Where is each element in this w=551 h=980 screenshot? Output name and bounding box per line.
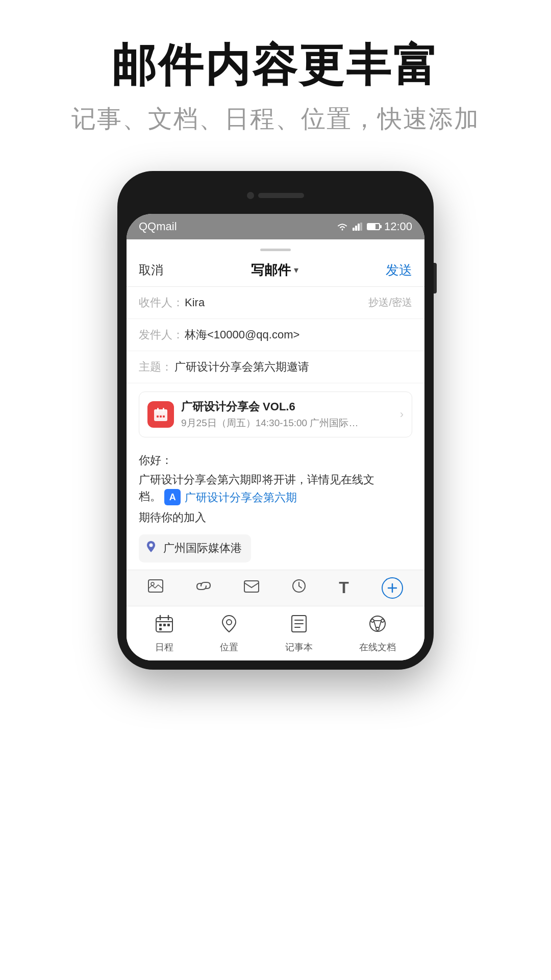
tab-location-label: 位置 bbox=[220, 641, 238, 653]
svg-point-0 bbox=[341, 229, 343, 230]
drag-handle bbox=[260, 249, 291, 251]
tab-online-doc[interactable]: 在线文档 bbox=[359, 615, 396, 653]
signal-icon bbox=[353, 223, 363, 231]
svg-rect-8 bbox=[163, 408, 164, 411]
subject-value[interactable]: 广研设计分享会第六期邀请 bbox=[174, 359, 309, 375]
tab-note[interactable]: 记事本 bbox=[285, 615, 313, 653]
online-doc-tab-svg bbox=[368, 615, 387, 633]
from-value: 林海<10000@qq.com> bbox=[185, 327, 412, 342]
page: 邮件内容更丰富 记事、文档、日程、位置，快速添加 QQmail bbox=[0, 0, 551, 980]
doc-link-text[interactable]: 广研设计分享会第六期 bbox=[185, 489, 297, 506]
svg-rect-26 bbox=[159, 624, 162, 626]
email-compose[interactable]: 取消 写邮件 ▾ 发送 收件人： Kira 抄送/密送 bbox=[127, 252, 424, 660]
svg-rect-14 bbox=[148, 580, 163, 592]
tab-location[interactable]: 位置 bbox=[220, 615, 238, 653]
mail-toolbar-icon[interactable] bbox=[244, 580, 259, 596]
location-tab-icon bbox=[221, 615, 237, 637]
plus-toolbar-icon[interactable] bbox=[382, 577, 403, 599]
clock-svg-icon bbox=[292, 579, 306, 593]
location-card[interactable]: 广州国际媒体港 bbox=[139, 534, 251, 562]
phone-mockup: QQmail bbox=[117, 171, 434, 670]
calendar-icon bbox=[153, 407, 168, 422]
body-greeting: 你好： bbox=[139, 453, 412, 468]
wifi-icon bbox=[336, 222, 348, 231]
to-label: 收件人： bbox=[139, 295, 185, 310]
body-text-line1: 广研设计分享会第六期即将开讲，详情见在线文 bbox=[139, 473, 374, 486]
status-icons: 12:00 bbox=[336, 220, 412, 233]
calendar-tab-svg bbox=[155, 615, 173, 633]
svg-point-35 bbox=[370, 616, 385, 631]
svg-point-37 bbox=[381, 619, 384, 622]
body-text-line2: 档。 bbox=[139, 490, 161, 503]
calendar-card[interactable]: 广研设计分享会 VOL.6 9月25日（周五）14:30-15:00 广州国际…… bbox=[139, 391, 412, 437]
cc-button[interactable]: 抄送/密送 bbox=[368, 296, 412, 309]
battery-icon bbox=[367, 223, 380, 230]
clock-toolbar-icon[interactable] bbox=[292, 579, 306, 597]
phone-screen: QQmail bbox=[127, 214, 424, 660]
compose-toolbar: T bbox=[127, 570, 424, 606]
compose-title-wrap: 写邮件 ▾ bbox=[251, 261, 298, 279]
from-field: 发件人： 林海<10000@qq.com> bbox=[127, 319, 424, 351]
phone-top-bar bbox=[127, 180, 424, 211]
svg-rect-7 bbox=[157, 408, 159, 411]
plus-svg-icon bbox=[387, 582, 398, 594]
svg-rect-1 bbox=[353, 228, 355, 231]
status-time: 12:00 bbox=[384, 220, 412, 233]
to-value[interactable]: Kira bbox=[185, 296, 368, 309]
compose-title: 写邮件 bbox=[251, 261, 291, 279]
svg-point-15 bbox=[151, 582, 154, 585]
tab-calendar-label: 日程 bbox=[155, 641, 173, 653]
doc-link-wrap[interactable]: A 广研设计分享会第六期 bbox=[164, 489, 297, 506]
calendar-info: 广研设计分享会 VOL.6 9月25日（周五）14:30-15:00 广州国际… bbox=[181, 399, 400, 430]
svg-line-40 bbox=[379, 621, 381, 628]
from-label: 发件人： bbox=[139, 327, 185, 342]
mail-svg-icon bbox=[244, 580, 259, 593]
svg-rect-2 bbox=[355, 226, 357, 231]
calendar-tab-icon bbox=[155, 615, 173, 637]
svg-rect-27 bbox=[163, 624, 166, 626]
header-section: 邮件内容更丰富 记事、文档、日程、位置，快速添加 bbox=[0, 0, 551, 151]
image-toolbar-icon[interactable] bbox=[148, 579, 163, 596]
body-line2: 档。 A 广研设计分享会第六期 bbox=[139, 488, 412, 506]
calendar-icon-wrap bbox=[147, 401, 174, 428]
online-doc-tab-icon bbox=[368, 615, 387, 637]
main-title: 邮件内容更丰富 bbox=[0, 41, 551, 90]
sub-title: 记事、文档、日程、位置，快速添加 bbox=[0, 103, 551, 135]
speaker-grille bbox=[258, 193, 304, 198]
subject-field[interactable]: 主题： 广研设计分享会第六期邀请 bbox=[127, 351, 424, 383]
svg-rect-10 bbox=[160, 415, 162, 418]
svg-rect-29 bbox=[159, 628, 162, 630]
note-tab-svg bbox=[291, 615, 307, 633]
camera-dot bbox=[247, 192, 254, 199]
card-chevron-icon: › bbox=[400, 408, 404, 421]
email-body[interactable]: 你好： 广研设计分享会第六期即将开讲，详情见在线文 档。 A 广研设计分享会第六… bbox=[127, 446, 424, 528]
svg-line-19 bbox=[299, 586, 302, 588]
send-button[interactable]: 发送 bbox=[386, 261, 412, 279]
svg-point-38 bbox=[376, 627, 379, 630]
dropdown-arrow-icon[interactable]: ▾ bbox=[294, 264, 298, 276]
body-line1: 广研设计分享会第六期即将开讲，详情见在线文 bbox=[139, 471, 412, 488]
calendar-event-title: 广研设计分享会 VOL.6 bbox=[181, 399, 400, 414]
link-toolbar-icon[interactable] bbox=[196, 578, 211, 597]
status-bar: QQmail bbox=[127, 214, 424, 239]
phone-wrapper: QQmail bbox=[0, 171, 551, 670]
calendar-event-detail: 9月25日（周五）14:30-15:00 广州国际… bbox=[181, 416, 400, 430]
location-pin-icon bbox=[144, 540, 158, 557]
text-toolbar-icon[interactable]: T bbox=[339, 578, 349, 597]
app-name: QQmail bbox=[139, 220, 177, 233]
svg-point-30 bbox=[227, 620, 232, 625]
svg-point-13 bbox=[149, 543, 153, 547]
tab-note-label: 记事本 bbox=[285, 641, 313, 653]
link-svg-icon bbox=[196, 578, 211, 594]
to-field[interactable]: 收件人： Kira 抄送/密送 bbox=[127, 287, 424, 319]
compose-topbar: 取消 写邮件 ▾ 发送 bbox=[127, 252, 424, 287]
location-text: 广州国际媒体港 bbox=[163, 541, 242, 556]
svg-rect-9 bbox=[157, 415, 159, 418]
image-svg-icon bbox=[148, 579, 163, 593]
svg-rect-3 bbox=[358, 224, 360, 231]
cancel-button[interactable]: 取消 bbox=[139, 262, 163, 278]
note-tab-icon bbox=[291, 615, 307, 637]
bottom-tabs: 日程 位置 bbox=[127, 606, 424, 660]
tab-calendar[interactable]: 日程 bbox=[155, 615, 173, 653]
side-button bbox=[434, 263, 437, 293]
